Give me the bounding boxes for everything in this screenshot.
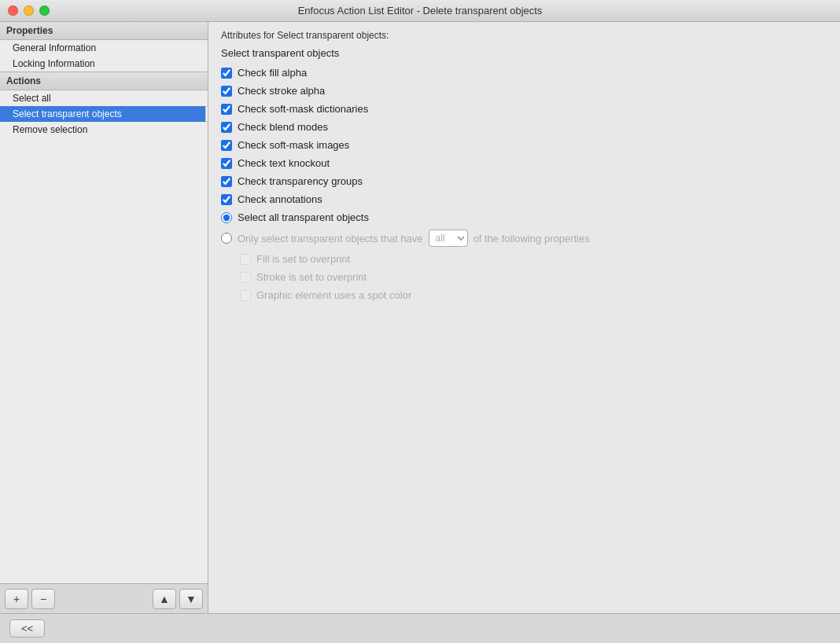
check-text-knockout-label[interactable]: Check text knockout xyxy=(238,157,330,169)
fill-overprint-checkbox[interactable] xyxy=(240,254,251,265)
fill-overprint-label: Fill is set to overprint xyxy=(256,253,350,265)
check-stroke-alpha-checkbox[interactable] xyxy=(221,86,232,97)
check-stroke-alpha-label[interactable]: Check stroke alpha xyxy=(238,85,325,97)
radio-select-all: Select all transparent objects xyxy=(221,211,827,223)
checkbox-check-transparency-groups: Check transparency groups xyxy=(221,175,827,187)
check-transparency-groups-checkbox[interactable] xyxy=(221,176,232,187)
right-panel: Attributes for Select transparent object… xyxy=(208,22,840,613)
checkbox-check-stroke-alpha: Check stroke alpha xyxy=(221,85,827,97)
stroke-overprint-checkbox[interactable] xyxy=(240,272,251,283)
select-all-tooltip: Select all xyxy=(205,106,208,122)
checkbox-check-fill-alpha: Check fill alpha xyxy=(221,67,827,79)
properties-section: Properties General Information Locking I… xyxy=(0,22,208,72)
checkbox-check-blend-modes: Check blend modes xyxy=(221,121,827,133)
only-select-radio[interactable] xyxy=(221,233,232,244)
check-blend-modes-label[interactable]: Check blend modes xyxy=(238,121,328,133)
action-item-select-transparent-objects[interactable]: Select transparent objects Select all xyxy=(0,106,208,122)
bottom-bar: << xyxy=(0,613,840,643)
select-all-radio-label[interactable]: Select all transparent objects xyxy=(238,211,369,223)
minimize-button[interactable] xyxy=(24,6,34,16)
select-all-radio[interactable] xyxy=(221,212,232,223)
close-button[interactable] xyxy=(8,6,18,16)
spot-color-checkbox[interactable] xyxy=(240,290,251,301)
properties-header: Properties xyxy=(0,22,208,40)
spot-color-label: Graphic element uses a spot color xyxy=(256,289,411,301)
actions-divider xyxy=(192,81,201,82)
stroke-overprint-label: Stroke is set to overprint xyxy=(256,271,367,283)
only-select-radio-label[interactable]: Only select transparent objects that hav… xyxy=(238,233,423,244)
checkbox-check-soft-mask-dicts: Check soft-mask dictionaries xyxy=(221,103,827,115)
properties-dropdown[interactable]: all any xyxy=(429,230,468,247)
action-item-remove-selection[interactable]: Remove selection xyxy=(0,122,208,138)
checkbox-check-soft-mask-images: Check soft-mask images xyxy=(221,139,827,151)
checkbox-fill-overprint: Fill is set to overprint xyxy=(240,253,827,265)
checkbox-check-text-knockout: Check text knockout xyxy=(221,157,827,169)
checkbox-check-annotations: Check annotations xyxy=(221,193,827,205)
radio-only-select: Only select transparent objects that hav… xyxy=(221,230,827,247)
of-label: of the following properties xyxy=(473,233,590,244)
left-panel: Properties General Information Locking I… xyxy=(0,22,208,613)
check-soft-mask-images-checkbox[interactable] xyxy=(221,140,232,151)
actions-label: Actions xyxy=(6,75,41,86)
check-fill-alpha-label[interactable]: Check fill alpha xyxy=(238,67,307,79)
maximize-button[interactable] xyxy=(39,6,50,16)
check-annotations-label[interactable]: Check annotations xyxy=(238,193,322,205)
actions-section: Actions Select all Select transparent ob… xyxy=(0,72,208,583)
attributes-body: Select transparent objects Check fill al… xyxy=(208,47,840,613)
check-soft-mask-dicts-label[interactable]: Check soft-mask dictionaries xyxy=(238,103,368,115)
check-fill-alpha-checkbox[interactable] xyxy=(221,68,232,79)
actions-header: Actions xyxy=(0,72,208,90)
window-controls xyxy=(8,6,50,16)
check-soft-mask-images-label[interactable]: Check soft-mask images xyxy=(238,139,349,151)
main-content: Properties General Information Locking I… xyxy=(0,22,840,613)
attributes-header: Attributes for Select transparent object… xyxy=(208,22,840,47)
check-soft-mask-dicts-checkbox[interactable] xyxy=(221,104,232,115)
sidebar-item-locking-information[interactable]: Locking Information xyxy=(0,56,208,72)
conditional-checkboxes: Fill is set to overprint Stroke is set t… xyxy=(240,253,827,301)
sidebar-item-general-information[interactable]: General Information xyxy=(0,40,208,56)
remove-action-button[interactable]: − xyxy=(31,589,55,609)
add-action-button[interactable]: + xyxy=(5,589,28,609)
check-transparency-groups-label[interactable]: Check transparency groups xyxy=(238,175,363,187)
group-title: Select transparent objects xyxy=(221,47,827,59)
back-button[interactable]: << xyxy=(9,619,45,637)
check-annotations-checkbox[interactable] xyxy=(221,194,232,205)
checkbox-stroke-overprint: Stroke is set to overprint xyxy=(240,271,827,283)
move-up-button[interactable]: ▲ xyxy=(153,589,176,609)
checkbox-spot-color: Graphic element uses a spot color xyxy=(240,289,827,301)
check-text-knockout-checkbox[interactable] xyxy=(221,158,232,169)
move-down-button[interactable]: ▼ xyxy=(179,589,203,609)
titlebar: Enfocus Action List Editor - Delete tran… xyxy=(0,0,840,22)
action-item-select-all[interactable]: Select all xyxy=(0,90,208,106)
window-title: Enfocus Action List Editor - Delete tran… xyxy=(298,5,543,17)
check-blend-modes-checkbox[interactable] xyxy=(221,122,232,133)
actions-list: Select all Select transparent objects Se… xyxy=(0,90,208,583)
left-toolbar: + − ▲ ▼ xyxy=(0,583,208,613)
